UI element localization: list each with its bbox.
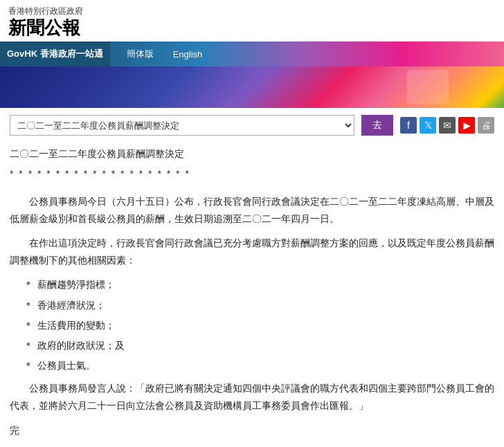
- article-end: 完: [10, 422, 494, 439]
- article-stars: * * * * * * * * * * * * * * * * * * * *: [10, 165, 494, 183]
- email-icon[interactable]: ✉: [439, 117, 456, 134]
- bullet-text: 香港經濟狀況；: [37, 297, 105, 314]
- govhk-label[interactable]: GovHK 香港政府一站通: [0, 42, 110, 66]
- list-item: ＊ 政府的財政狀況；及: [24, 337, 494, 354]
- list-item: ＊ 生活費用的變動；: [24, 317, 494, 334]
- nav-link-simplified[interactable]: 簡体版: [117, 42, 163, 66]
- banner-image: [0, 66, 504, 108]
- list-item: ＊ 公務員士氣。: [24, 357, 494, 374]
- go-button[interactable]: 去: [361, 115, 393, 136]
- main-content: 二〇二一至二二年度公務員薪酬調整決定 去 f 𝕏 ✉ ▶ 🖨 二〇二一至二二年度…: [0, 108, 504, 447]
- bullet-marker: ＊: [24, 297, 33, 314]
- bullet-text: 薪酬趨勢淨指標；: [37, 276, 115, 293]
- bullet-text: 生活費用的變動；: [37, 317, 115, 334]
- article-title: 二〇二一至二二年度公務員薪酬調整決定: [10, 145, 494, 163]
- bullet-marker: ＊: [24, 276, 33, 293]
- bullet-text: 政府的財政狀況；及: [37, 337, 125, 354]
- nav-bar: GovHK 香港政府一站通 簡体版 English: [0, 42, 504, 66]
- bullet-list: ＊ 薪酬趨勢淨指標； ＊ 香港經濟狀況； ＊ 生活費用的變動； ＊ 政府的財政狀…: [24, 276, 494, 374]
- twitter-icon[interactable]: 𝕏: [420, 117, 436, 134]
- article-para2: 在作出這項決定時，行政長官會同行政會議已充分考慮職方對薪酬調整方案的回應，以及既…: [10, 235, 494, 269]
- list-item: ＊ 薪酬趨勢淨指標；: [24, 276, 494, 293]
- article-para3: 公務員事務局發言人說：「政府已將有關決定通知四個中央評議會的職方代表和四個主要跨…: [10, 380, 494, 414]
- list-item: ＊ 香港經濟狀況；: [24, 297, 494, 314]
- nav-links: 簡体版 English: [117, 42, 213, 66]
- article-select[interactable]: 二〇二一至二二年度公務員薪酬調整決定: [10, 115, 354, 136]
- print-icon[interactable]: 🖨: [478, 117, 494, 134]
- page-header: 香港特別行政區政府 新聞公報: [0, 0, 504, 42]
- header-title: 新聞公報: [8, 17, 496, 39]
- facebook-icon[interactable]: f: [400, 117, 417, 134]
- bullet-marker: ＊: [24, 337, 33, 354]
- youtube-icon[interactable]: ▶: [458, 117, 475, 134]
- social-icons: f 𝕏 ✉ ▶ 🖨: [400, 117, 494, 134]
- bullet-text: 公務員士氣。: [37, 357, 96, 374]
- article-para1: 公務員事務局今日（六月十五日）公布，行政長官會同行政會議決定在二〇二一至二二年度…: [10, 193, 494, 228]
- header-subtitle: 香港特別行政區政府: [8, 6, 496, 17]
- bullet-marker: ＊: [24, 317, 33, 334]
- nav-link-english[interactable]: English: [163, 42, 213, 66]
- toolbar-row: 二〇二一至二二年度公務員薪酬調整決定 去 f 𝕏 ✉ ▶ 🖨: [10, 115, 494, 136]
- govhk-text: GovHK 香港政府一站通: [7, 48, 103, 60]
- bullet-marker: ＊: [24, 357, 33, 374]
- article-body: 二〇二一至二二年度公務員薪酬調整決定 * * * * * * * * * * *…: [10, 145, 494, 447]
